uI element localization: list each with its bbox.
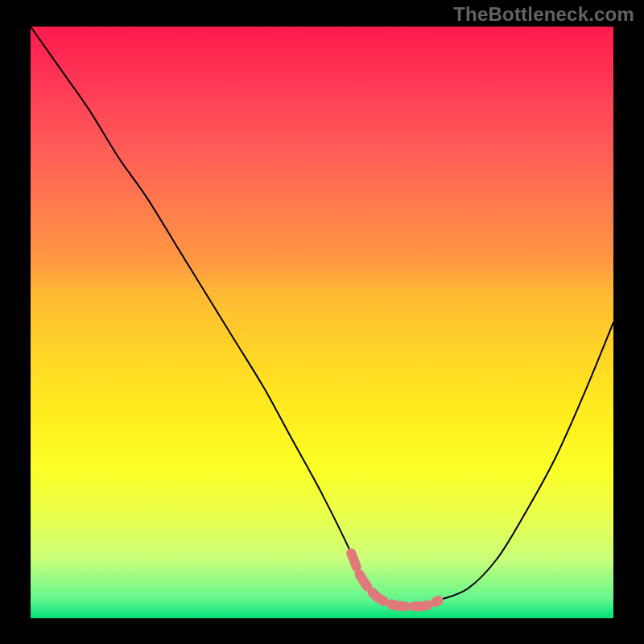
plot-area (31, 27, 613, 618)
plot-svg (31, 27, 613, 618)
chart-frame: TheBottleneck.com (0, 0, 644, 644)
watermark-text: TheBottleneck.com (453, 3, 634, 26)
optimal-band (351, 553, 439, 606)
bottleneck-curve (31, 27, 613, 607)
